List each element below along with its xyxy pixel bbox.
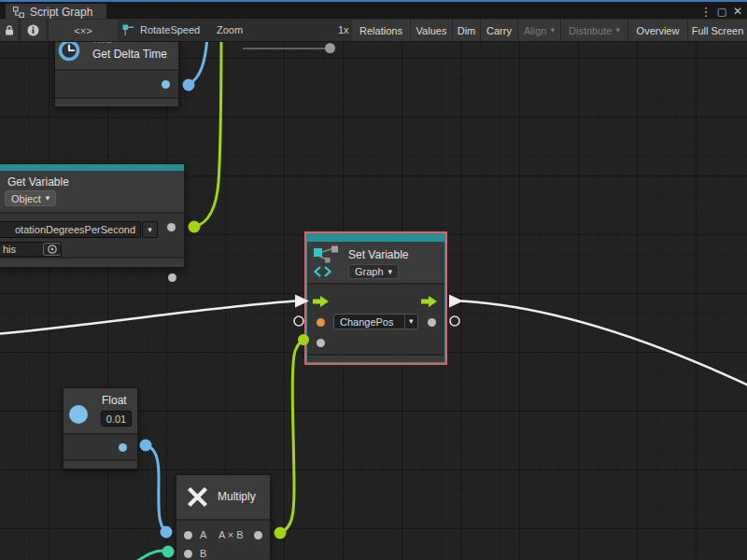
multiply-icon — [186, 485, 209, 509]
output-port-float[interactable] — [119, 443, 127, 452]
align-button[interactable]: Align ▾ — [517, 20, 560, 41]
dim-button[interactable]: Dim — [452, 20, 480, 41]
relations-button[interactable]: Relations — [352, 20, 410, 41]
clock-icon — [57, 38, 81, 66]
object-picker-button[interactable] — [43, 243, 62, 256]
chevron-down-icon: ▾ — [404, 315, 418, 329]
rotate-speed-graph-icon[interactable] — [122, 24, 135, 37]
lock-button[interactable] — [0, 20, 18, 41]
node-get-variable[interactable]: Get Variable Object ▾ otationDegreesPerS… — [0, 163, 185, 268]
variable-scope-dropdown[interactable]: Graph ▾ — [348, 264, 399, 279]
variable-accent-bar — [307, 234, 444, 242]
window-maximize-button[interactable]: ▢ — [714, 4, 729, 19]
input-port-variable-name[interactable] — [317, 318, 325, 327]
variable-target-field[interactable]: his — [0, 242, 62, 257]
chevron-down-icon: ▾ — [46, 194, 50, 203]
input-port-value[interactable] — [317, 339, 325, 347]
maximize-icon: ▢ — [717, 6, 726, 18]
zoom-slider-handle[interactable] — [325, 43, 335, 53]
graph-name-label[interactable]: RotateSpeed — [140, 19, 200, 41]
chevron-down-icon: ▾ — [148, 226, 152, 234]
port-label-b: B — [200, 548, 206, 559]
node-header: Multiply — [176, 475, 270, 519]
variable-name-dropdown[interactable]: ChangePos ▾ — [333, 314, 418, 329]
tab-title: Script Graph — [30, 6, 92, 19]
variable-name-dropdown-button[interactable]: ▾ — [142, 221, 158, 238]
variable-name-value: otationDegreesPerSecond — [15, 224, 135, 235]
output-port-delta-time[interactable] — [162, 80, 170, 89]
node-body: otationDegreesPerSecond ▾ his — [0, 212, 184, 257]
variable-scope-dropdown[interactable]: Object ▾ — [5, 190, 56, 206]
output-port-variable-value[interactable] — [428, 318, 436, 327]
node-body: ChangePos ▾ — [307, 283, 444, 352]
graph-toolbar: <×> RotateSpeed Zoom 1x Relations Values… — [0, 19, 747, 42]
zoom-label: Zoom — [217, 19, 243, 41]
set-variable-icon — [313, 245, 341, 279]
overview-button[interactable]: Overview — [627, 20, 687, 41]
input-port-a[interactable] — [184, 531, 192, 539]
window-close-button[interactable]: ✕ — [730, 4, 745, 19]
node-body — [55, 69, 178, 97]
lock-icon — [4, 24, 15, 36]
info-icon — [27, 24, 39, 36]
node-body — [63, 433, 137, 459]
node-footer — [307, 354, 444, 362]
node-title: Get Variable — [7, 175, 69, 189]
node-body: A A × B B — [176, 519, 270, 560]
node-header: Get Variable Object ▾ — [0, 171, 184, 212]
node-title: Float — [102, 394, 127, 407]
node-title: Get Delta Time — [92, 48, 167, 61]
node-footer — [63, 459, 137, 469]
zoom-value: 1x — [338, 19, 349, 41]
port-label-a: A — [200, 529, 206, 540]
float-icon — [69, 405, 88, 424]
node-footer — [0, 257, 184, 267]
get-variable-output-port[interactable] — [167, 223, 176, 231]
window-menu-button[interactable]: ⋮ — [698, 4, 713, 19]
variable-name-field[interactable]: otationDegreesPerSecond — [0, 221, 141, 238]
float-value-field[interactable]: 0.01 — [101, 411, 132, 427]
node-set-variable[interactable]: Set Variable Graph ▾ ChangePos ▾ — [306, 233, 445, 363]
info-button[interactable] — [20, 20, 46, 41]
carry-button[interactable]: Carry — [480, 20, 517, 41]
float-value: 0.01 — [106, 413, 126, 425]
input-port-b[interactable] — [184, 550, 192, 558]
port-label-result: A × B — [218, 529, 244, 540]
chevron-down-icon: ▾ — [615, 26, 620, 35]
graph-icon — [13, 7, 24, 18]
node-header: Float 0.01 — [63, 388, 137, 433]
values-button[interactable]: Values — [410, 20, 452, 41]
kebab-menu-icon: ⋮ — [700, 5, 712, 19]
output-port-result[interactable] — [254, 531, 262, 539]
node-float[interactable]: Float 0.01 — [63, 387, 138, 469]
node-title: Multiply — [218, 490, 256, 503]
flow-input-port[interactable] — [313, 296, 329, 307]
close-icon: ✕ — [733, 5, 742, 18]
variable-target-value: his — [3, 244, 16, 255]
node-set-variable-selection: Set Variable Graph ▾ ChangePos ▾ — [304, 231, 447, 365]
zoom-slider-track[interactable] — [243, 48, 329, 49]
chevron-down-icon: ▾ — [388, 268, 393, 276]
variable-accent-bar — [0, 164, 184, 171]
node-header: Set Variable Graph ▾ — [307, 242, 444, 283]
script-graph-window: Time Get Delta Time Get Variable Object … — [0, 0, 747, 560]
output-port-variable-value[interactable] — [168, 273, 176, 282]
node-footer — [55, 97, 178, 106]
tab-bar: Script Graph ⋮ ▢ ✕ — [0, 0, 747, 19]
code-icon: <×> — [74, 25, 92, 36]
node-title: Set Variable — [348, 248, 408, 261]
chevron-down-icon: ▾ — [550, 26, 555, 35]
flow-output-port[interactable] — [421, 296, 437, 307]
distribute-button[interactable]: Distribute ▾ — [560, 20, 627, 41]
scope-value: Graph — [355, 266, 384, 277]
code-preview-button[interactable]: <×> — [48, 20, 118, 41]
scope-value: Object — [11, 193, 41, 204]
node-multiply[interactable]: Multiply A A × B B — [176, 474, 271, 560]
variable-name-value: ChangePos — [334, 316, 400, 328]
full-screen-button[interactable]: Full Screen — [687, 20, 747, 41]
target-icon — [47, 244, 58, 255]
